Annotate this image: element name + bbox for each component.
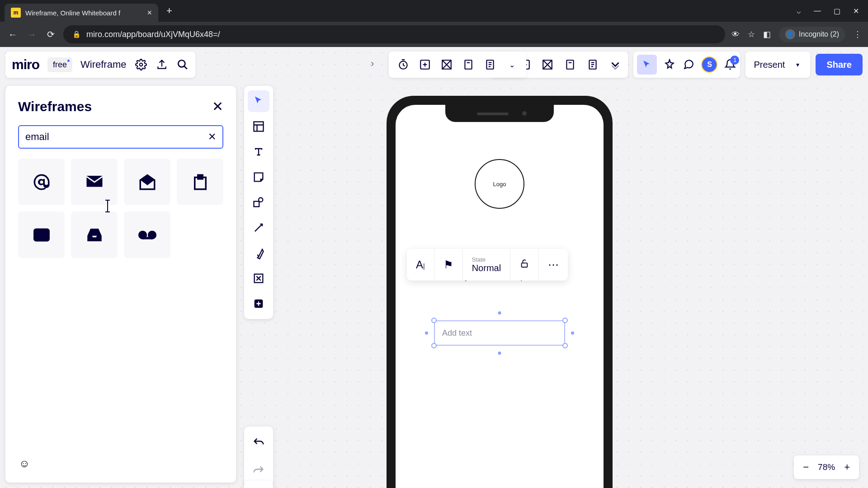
notification-badge: 1 [730, 56, 739, 65]
selected-text-field[interactable]: Add text [434, 320, 565, 346]
envelope-open-icon[interactable] [124, 159, 170, 205]
svg-rect-4 [567, 60, 574, 69]
back-button[interactable]: ← [6, 29, 19, 40]
resize-handle[interactable] [431, 343, 437, 348]
text-tool[interactable] [248, 141, 269, 163]
resize-handle[interactable] [498, 352, 501, 355]
resize-handle[interactable] [498, 311, 501, 314]
share-button[interactable]: Share [816, 54, 863, 75]
lock-button[interactable] [510, 249, 539, 281]
voicemail-icon[interactable] [124, 211, 170, 258]
present-dropdown-icon[interactable]: ▾ [791, 58, 804, 71]
notifications-icon[interactable]: 1 [724, 58, 736, 71]
fit-icon[interactable] [440, 58, 453, 71]
tab-close-icon[interactable]: × [147, 8, 152, 18]
timer-icon[interactable] [397, 58, 410, 71]
present-button[interactable]: Present [752, 60, 787, 70]
text-field-placeholder[interactable]: Add text [434, 320, 565, 346]
zoom-in-button[interactable]: + [844, 461, 850, 473]
state-dropdown[interactable]: State Normal [463, 249, 510, 281]
text-style-button[interactable]: A| [407, 249, 434, 281]
card-icon[interactable] [462, 58, 475, 71]
export-icon[interactable] [156, 58, 168, 71]
address-bar[interactable]: 🔒 miro.com/app/board/uXjVMqU6x48=/ [63, 25, 725, 43]
inbox-icon[interactable] [71, 211, 118, 258]
svg-rect-13 [254, 122, 264, 131]
connection-tool[interactable] [248, 217, 269, 239]
browser-menu-icon[interactable]: ⋮ [854, 29, 862, 39]
reactions-icon[interactable] [663, 58, 676, 71]
logo-placeholder[interactable]: Logo [475, 159, 524, 209]
clipboard-icon[interactable] [177, 159, 223, 205]
shapes-tool[interactable] [248, 192, 269, 213]
resize-handle[interactable] [425, 332, 428, 335]
document-icon[interactable] [586, 58, 599, 71]
minimap-button[interactable] [244, 481, 273, 488]
presentation-icon[interactable] [541, 58, 554, 71]
comment-icon[interactable] [682, 58, 695, 71]
tabs-dropdown-icon[interactable]: ⌵ [797, 7, 801, 15]
wireframe-tool[interactable] [248, 267, 269, 289]
eye-off-icon[interactable]: 👁 [731, 30, 740, 39]
undo-button[interactable] [248, 432, 269, 454]
note-icon[interactable] [564, 58, 576, 71]
clear-search-icon[interactable]: ✕ [208, 131, 216, 143]
wireframes-panel: Wireframes ✕ ✕ ☺ [5, 86, 236, 483]
more-tools[interactable] [248, 293, 269, 314]
text-cursor [107, 201, 108, 211]
miro-favicon: m [11, 8, 21, 18]
plan-badge[interactable]: free [47, 57, 72, 72]
tab-title: Wireframe, Online Whiteboard f [25, 9, 142, 17]
side-panel-icon[interactable]: ◧ [763, 29, 771, 39]
frame-add-icon[interactable] [419, 58, 431, 71]
zoom-level[interactable]: 78% [818, 462, 835, 472]
window-close-icon[interactable]: ✕ [853, 7, 859, 15]
bookmark-icon[interactable]: ☆ [748, 29, 755, 39]
svg-rect-8 [465, 60, 472, 69]
reload-button[interactable]: ⟳ [44, 29, 57, 40]
zoom-out-button[interactable]: − [803, 461, 809, 473]
maximize-icon[interactable]: ▢ [834, 7, 840, 15]
wireframe-search[interactable]: ✕ [18, 125, 223, 149]
selection-toolbar: A| ⚑ State Normal ⋯ [407, 249, 568, 281]
doc-icon[interactable] [484, 58, 496, 71]
phone-mockup[interactable]: Logo Write your email and password [387, 96, 613, 488]
flag-button[interactable]: ⚑ [434, 249, 463, 281]
more-icon[interactable]: ⌄ [505, 58, 518, 71]
resize-handle[interactable] [571, 332, 574, 335]
undo-redo-rail [244, 427, 273, 487]
search-icon[interactable] [176, 58, 189, 71]
phone-notch [445, 105, 554, 122]
pen-tool[interactable] [248, 242, 269, 264]
user-avatar[interactable]: S [701, 56, 717, 73]
resize-handle[interactable] [562, 343, 568, 348]
select-tool[interactable] [248, 90, 269, 112]
browser-tab[interactable]: m Wireframe, Online Whiteboard f × [5, 4, 158, 22]
new-tab-button[interactable]: + [166, 5, 172, 17]
wireframe-search-input[interactable] [25, 131, 203, 143]
forward-button: → [25, 29, 38, 40]
resize-handle[interactable] [431, 318, 437, 323]
incognito-indicator[interactable]: 👤 Incognito (2) [779, 27, 845, 42]
panel-title: Wireframes [18, 99, 92, 114]
at-icon[interactable] [18, 159, 65, 205]
select-mode-button[interactable] [637, 55, 657, 75]
more-apps-icon[interactable] [609, 58, 622, 71]
sticky-note-tool[interactable] [248, 166, 269, 188]
intercom-icon[interactable]: ☺ [14, 454, 34, 474]
redo-button[interactable] [248, 460, 269, 482]
svg-point-1 [178, 60, 185, 67]
resize-handle[interactable] [562, 318, 568, 323]
svg-rect-20 [522, 263, 528, 267]
panel-close-icon[interactable]: ✕ [212, 99, 223, 114]
envelope-outline-icon[interactable] [18, 211, 65, 258]
board-name[interactable]: Wireframe [80, 59, 126, 70]
templates-tool[interactable] [248, 116, 269, 137]
zoom-controls: − 78% + ? [794, 455, 859, 479]
miro-logo[interactable]: miro [12, 57, 39, 72]
minimize-icon[interactable]: — [814, 7, 821, 15]
svg-point-0 [139, 63, 142, 66]
settings-icon[interactable] [135, 58, 147, 71]
more-options-button[interactable]: ⋯ [539, 249, 568, 281]
envelope-solid-icon[interactable] [71, 159, 118, 205]
